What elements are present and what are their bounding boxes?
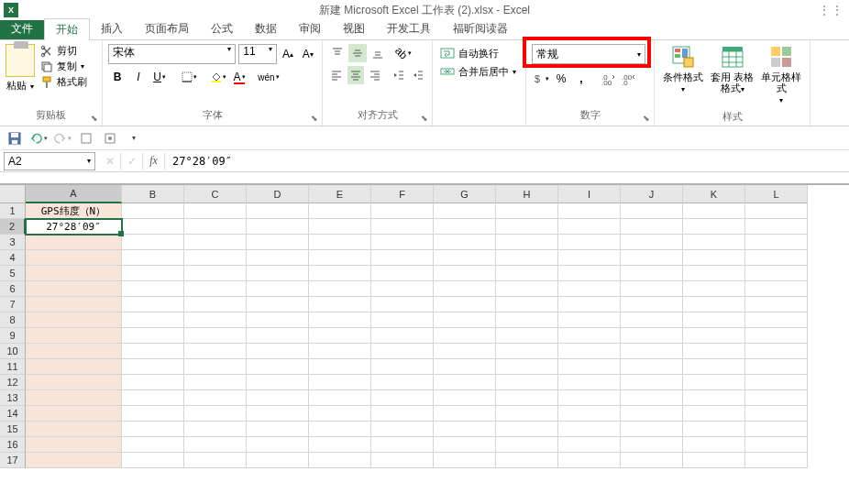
- row-header-8[interactable]: 8: [0, 312, 26, 328]
- cell-C3[interactable]: [184, 235, 247, 250]
- tab-foxit[interactable]: 福昕阅读器: [442, 18, 519, 39]
- underline-button[interactable]: U▾: [150, 68, 169, 86]
- tab-review[interactable]: 审阅: [288, 18, 332, 39]
- increase-font-button[interactable]: A▴: [280, 45, 297, 63]
- cell-H13[interactable]: [496, 390, 558, 406]
- paste-button[interactable]: 粘贴 ▾: [6, 44, 35, 93]
- copy-button[interactable]: 复制 ▾: [40, 60, 87, 73]
- cell-E11[interactable]: [309, 359, 371, 375]
- cell-D17[interactable]: [247, 453, 309, 468]
- cell-J4[interactable]: [621, 250, 683, 266]
- window-menu-icon[interactable]: ⋮⋮: [818, 3, 843, 17]
- row-header-15[interactable]: 15: [0, 422, 26, 437]
- cell-K3[interactable]: [683, 235, 745, 250]
- cell-D3[interactable]: [247, 235, 309, 250]
- cell-F14[interactable]: [371, 406, 434, 422]
- cell-F1[interactable]: [371, 203, 434, 219]
- cell-L16[interactable]: [745, 437, 808, 453]
- cell-B2[interactable]: [122, 219, 184, 235]
- cell-J9[interactable]: [621, 328, 683, 344]
- cell-K14[interactable]: [683, 406, 745, 422]
- cell-E13[interactable]: [309, 390, 371, 406]
- cell-G6[interactable]: [434, 281, 496, 297]
- cell-E6[interactable]: [309, 281, 371, 297]
- cell-F13[interactable]: [371, 390, 434, 406]
- cell-C10[interactable]: [184, 344, 247, 359]
- cell-F2[interactable]: [371, 219, 434, 235]
- tab-file[interactable]: 文件: [0, 18, 44, 39]
- cell-A16[interactable]: [26, 437, 122, 453]
- cell-C2[interactable]: [184, 219, 247, 235]
- font-name-select[interactable]: 宋体 ▾: [108, 44, 236, 64]
- cell-C13[interactable]: [184, 390, 247, 406]
- cell-G4[interactable]: [434, 250, 496, 266]
- cell-D2[interactable]: [247, 219, 309, 235]
- decrease-font-button[interactable]: A▾: [299, 45, 316, 63]
- tab-home[interactable]: 开始: [44, 18, 90, 40]
- wrap-text-button[interactable]: 自动换行: [438, 44, 520, 62]
- cell-G17[interactable]: [434, 453, 496, 468]
- cell-L17[interactable]: [745, 453, 808, 468]
- cell-G11[interactable]: [434, 359, 496, 375]
- phonetic-button[interactable]: wén▾: [259, 68, 278, 86]
- row-header-11[interactable]: 11: [0, 359, 26, 375]
- cell-K7[interactable]: [683, 297, 745, 312]
- cell-B13[interactable]: [122, 390, 184, 406]
- number-format-select[interactable]: 常规 ▾: [532, 44, 645, 64]
- cell-H14[interactable]: [496, 406, 558, 422]
- cell-F12[interactable]: [371, 375, 434, 390]
- col-header-A[interactable]: A: [26, 185, 122, 203]
- cell-D13[interactable]: [247, 390, 309, 406]
- cell-D8[interactable]: [247, 312, 309, 328]
- font-dialog-launcher[interactable]: ⬊: [309, 113, 320, 124]
- row-header-2[interactable]: 2: [0, 219, 26, 235]
- col-header-G[interactable]: G: [434, 185, 496, 203]
- row-header-9[interactable]: 9: [0, 328, 26, 344]
- cell-J5[interactable]: [621, 266, 683, 281]
- cell-J13[interactable]: [621, 390, 683, 406]
- cell-J2[interactable]: [621, 219, 683, 235]
- cell-B8[interactable]: [122, 312, 184, 328]
- cell-C1[interactable]: [184, 203, 247, 219]
- cell-B10[interactable]: [122, 344, 184, 359]
- cell-J17[interactable]: [621, 453, 683, 468]
- cell-I16[interactable]: [558, 437, 621, 453]
- save-button[interactable]: [6, 129, 24, 148]
- cell-F5[interactable]: [371, 266, 434, 281]
- cell-F3[interactable]: [371, 235, 434, 250]
- cell-A13[interactable]: [26, 390, 122, 406]
- cell-B11[interactable]: [122, 359, 184, 375]
- col-header-D[interactable]: D: [247, 185, 309, 203]
- cell-E9[interactable]: [309, 328, 371, 344]
- col-header-F[interactable]: F: [371, 185, 434, 203]
- cell-K13[interactable]: [683, 390, 745, 406]
- undo-button[interactable]: ▾: [29, 129, 48, 148]
- row-header-7[interactable]: 7: [0, 297, 26, 312]
- cell-L13[interactable]: [745, 390, 808, 406]
- cell-A11[interactable]: [26, 359, 122, 375]
- cell-B4[interactable]: [122, 250, 184, 266]
- formula-input[interactable]: 27°28′09″: [165, 155, 849, 168]
- increase-indent-button[interactable]: [409, 66, 426, 84]
- cell-F8[interactable]: [371, 312, 434, 328]
- col-header-E[interactable]: E: [309, 185, 371, 203]
- cell-I12[interactable]: [558, 375, 621, 390]
- cell-H17[interactable]: [496, 453, 558, 468]
- cell-E17[interactable]: [309, 453, 371, 468]
- cell-A2[interactable]: 27°28′09″: [26, 219, 122, 235]
- cell-H10[interactable]: [496, 344, 558, 359]
- align-bottom-button[interactable]: [369, 44, 387, 62]
- cell-C9[interactable]: [184, 328, 247, 344]
- cell-C14[interactable]: [184, 406, 247, 422]
- tab-formulas[interactable]: 公式: [200, 18, 244, 39]
- cell-I3[interactable]: [558, 235, 621, 250]
- cell-E3[interactable]: [309, 235, 371, 250]
- cell-K12[interactable]: [683, 375, 745, 390]
- cell-G5[interactable]: [434, 266, 496, 281]
- cell-G7[interactable]: [434, 297, 496, 312]
- row-header-16[interactable]: 16: [0, 437, 26, 453]
- cell-F17[interactable]: [371, 453, 434, 468]
- row-header-13[interactable]: 13: [0, 390, 26, 406]
- cell-L11[interactable]: [745, 359, 808, 375]
- cell-L15[interactable]: [745, 422, 808, 437]
